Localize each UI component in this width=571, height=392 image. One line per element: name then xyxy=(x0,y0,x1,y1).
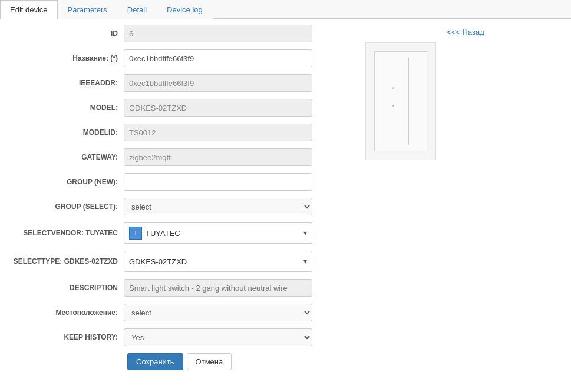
gateway-row: GATEWAY: xyxy=(0,148,354,166)
modelid-label: MODELID: xyxy=(6,128,124,137)
vendor-logo: T xyxy=(129,227,142,240)
back-link[interactable]: <<< Назад xyxy=(447,28,484,36)
description-label: DESCRIPTION xyxy=(6,284,124,292)
id-input[interactable] xyxy=(124,25,312,42)
vendor-logo-text: T xyxy=(134,230,137,237)
group-select-dropdown[interactable]: select xyxy=(124,198,312,215)
description-input[interactable] xyxy=(124,279,312,297)
name-input[interactable] xyxy=(124,49,312,67)
device-dot-2 xyxy=(392,105,394,107)
location-row: Местоположение: select xyxy=(0,304,354,321)
device-image-inner xyxy=(374,51,427,151)
vendor-dropdown-arrow: ▾ xyxy=(303,229,307,237)
model-label: MODEL: xyxy=(6,104,124,112)
selectvendor-row: SELECTVENDOR: TUYATEC T TUYATEC ▾ xyxy=(0,222,354,244)
group-new-input[interactable] xyxy=(124,173,312,191)
type-name: GDKES-02TZXD xyxy=(129,257,303,266)
vendor-select-control[interactable]: T TUYATEC ▾ xyxy=(124,222,312,244)
group-select-row: GROUP (SELECT): select xyxy=(0,198,354,215)
modelid-row: MODELID: xyxy=(0,124,354,141)
model-row: MODEL: xyxy=(0,99,354,117)
type-dropdown-arrow: ▾ xyxy=(303,257,307,265)
cancel-button[interactable]: Отмена xyxy=(187,353,232,370)
location-label: Местоположение: xyxy=(6,308,124,317)
tab-edit-device[interactable]: Edit device xyxy=(0,0,58,19)
save-button[interactable]: Сохранить xyxy=(127,353,183,370)
ieee-row: IEEEADDR: xyxy=(0,74,354,92)
selecttype-label: SELECTTYPE: GDKES-02TZXD xyxy=(6,257,124,265)
tab-device-log[interactable]: Device log xyxy=(157,0,213,19)
group-new-row: GROUP (NEW): xyxy=(0,173,354,191)
back-link-container: <<< Назад xyxy=(365,25,566,42)
name-row: Название: (*) xyxy=(0,49,354,67)
gateway-label: GATEWAY: xyxy=(6,153,124,161)
device-dot-1 xyxy=(392,87,394,89)
type-select-control[interactable]: GDKES-02TZXD ▾ xyxy=(124,251,312,272)
keep-history-row: KEEP HISTORY: Yes xyxy=(0,328,354,346)
vendor-name: TUYATEC xyxy=(146,229,303,238)
model-input[interactable] xyxy=(124,99,312,117)
keep-history-label: KEEP HISTORY: xyxy=(6,333,124,341)
selectvendor-label: SELECTVENDOR: TUYATEC xyxy=(6,229,124,237)
id-label: ID xyxy=(6,29,124,38)
ieee-label: IEEEADDR: xyxy=(6,79,124,87)
group-select-label: GROUP (SELECT): xyxy=(6,202,124,211)
keep-history-select[interactable]: Yes xyxy=(124,328,312,346)
gateway-input[interactable] xyxy=(124,148,312,166)
description-row: DESCRIPTION xyxy=(0,279,354,297)
id-row: ID xyxy=(0,25,354,42)
content-area: ID Название: (*) IEEEADDR: MODEL: MODELI… xyxy=(0,19,571,376)
modelid-input[interactable] xyxy=(124,124,312,141)
ieee-input[interactable] xyxy=(124,74,312,92)
device-image xyxy=(365,42,436,160)
device-line xyxy=(408,58,409,145)
location-select[interactable]: select xyxy=(124,304,312,321)
selecttype-row: SELECTTYPE: GDKES-02TZXD GDKES-02TZXD ▾ xyxy=(0,251,354,272)
tab-detail[interactable]: Detail xyxy=(117,0,157,19)
name-label: Название: (*) xyxy=(6,54,124,62)
form-area: ID Название: (*) IEEEADDR: MODEL: MODELI… xyxy=(0,25,354,370)
tab-parameters[interactable]: Parameters xyxy=(58,0,117,19)
group-new-label: GROUP (NEW): xyxy=(6,178,124,186)
buttons-row: Сохранить Отмена xyxy=(0,353,354,370)
tab-bar: Edit device Parameters Detail Device log xyxy=(0,0,571,19)
right-panel: <<< Назад xyxy=(354,25,554,370)
